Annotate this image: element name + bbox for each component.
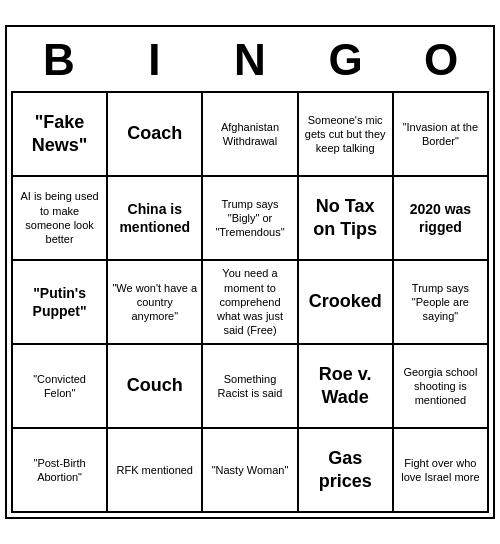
letter-g: G <box>298 35 394 85</box>
bingo-cell-22: "Nasty Woman" <box>203 429 298 513</box>
letter-n: N <box>202 35 298 85</box>
bingo-cell-12: You need a moment to comprehend what was… <box>203 261 298 345</box>
bingo-cell-7: Trump says "Bigly" or "Tremendous" <box>203 177 298 261</box>
bingo-cell-6: China is mentioned <box>108 177 203 261</box>
bingo-cell-2: Afghanistan Withdrawal <box>203 93 298 177</box>
bingo-cell-8: No Tax on Tips <box>299 177 394 261</box>
bingo-cell-5: AI is being used to make someone look be… <box>13 177 108 261</box>
bingo-cell-16: Couch <box>108 345 203 429</box>
bingo-cell-1: Coach <box>108 93 203 177</box>
bingo-cell-15: "Convicted Felon" <box>13 345 108 429</box>
bingo-card: B I N G O "Fake News"CoachAfghanistan Wi… <box>5 25 495 519</box>
bingo-cell-14: Trump says "People are saying" <box>394 261 489 345</box>
bingo-grid: "Fake News"CoachAfghanistan WithdrawalSo… <box>11 91 489 513</box>
bingo-cell-23: Gas prices <box>299 429 394 513</box>
bingo-cell-17: Something Racist is said <box>203 345 298 429</box>
bingo-cell-4: "Invasion at the Border" <box>394 93 489 177</box>
letter-b: B <box>11 35 107 85</box>
bingo-cell-19: Georgia school shooting is mentioned <box>394 345 489 429</box>
bingo-cell-24: Fight over who love Israel more <box>394 429 489 513</box>
bingo-cell-11: "We won't have a country anymore" <box>108 261 203 345</box>
bingo-cell-20: "Post-Birth Abortion" <box>13 429 108 513</box>
bingo-cell-18: Roe v. Wade <box>299 345 394 429</box>
bingo-cell-3: Someone's mic gets cut but they keep tal… <box>299 93 394 177</box>
bingo-cell-10: "Putin's Puppet" <box>13 261 108 345</box>
bingo-cell-21: RFK mentioned <box>108 429 203 513</box>
bingo-cell-0: "Fake News" <box>13 93 108 177</box>
bingo-cell-13: Crooked <box>299 261 394 345</box>
letter-o: O <box>393 35 489 85</box>
bingo-cell-9: 2020 was rigged <box>394 177 489 261</box>
letter-i: I <box>107 35 203 85</box>
bingo-title: B I N G O <box>11 31 489 91</box>
